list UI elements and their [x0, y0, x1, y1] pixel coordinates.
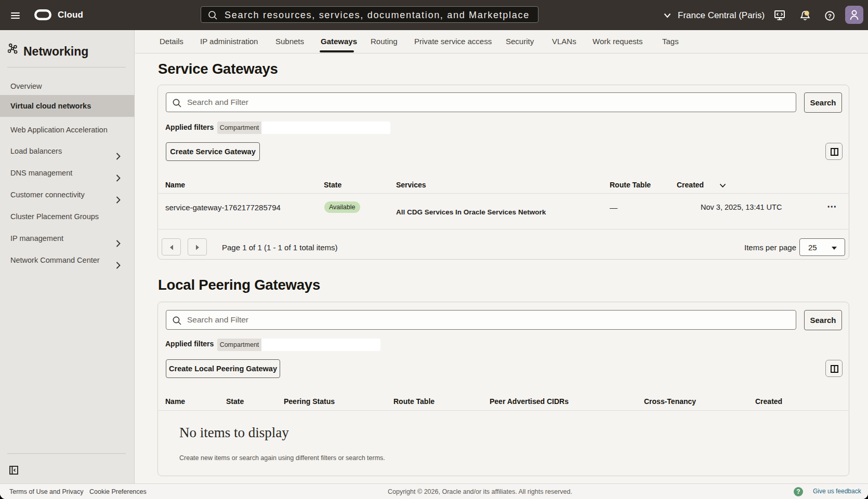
svg-text:?: ? [828, 13, 832, 19]
